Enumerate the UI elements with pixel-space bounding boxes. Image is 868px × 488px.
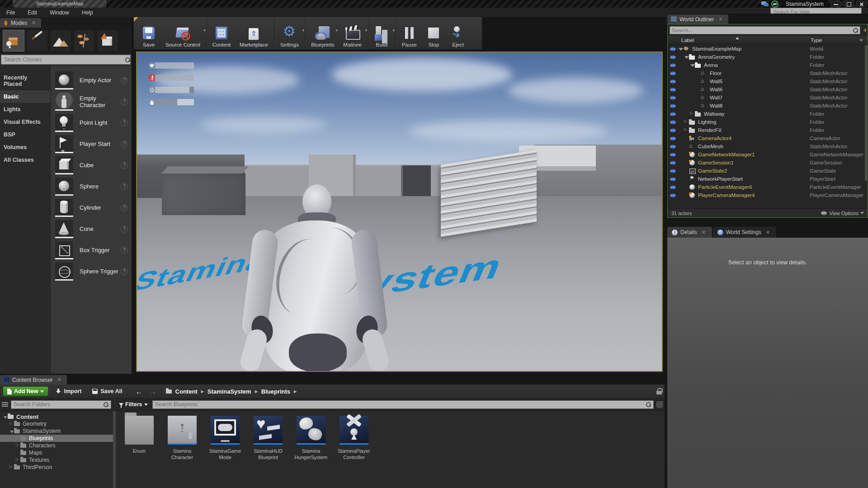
toolbar-button[interactable]: Settings ▾ [276, 19, 306, 48]
placement-item[interactable]: Point Light ? [51, 112, 132, 133]
visibility-eye-icon[interactable] [668, 145, 678, 149]
search-assets-input[interactable] [155, 401, 646, 408]
expand-arrow-icon[interactable] [689, 111, 695, 117]
breadcrumb-item[interactable]: Content [175, 388, 208, 395]
expand-arrow-icon[interactable] [684, 54, 689, 60]
outliner-row[interactable]: StaminaExampleMap World [668, 45, 865, 53]
folder-tree-item[interactable]: Content [0, 413, 113, 420]
expand-arrow-icon[interactable] [9, 421, 14, 427]
visibility-eye-icon[interactable] [668, 55, 678, 59]
asset-tile[interactable]: Stamina HungerSystem [293, 416, 329, 461]
outliner-row[interactable]: Wall8 StaticMeshActor [668, 102, 865, 110]
outliner-row[interactable]: NetworkPlayerStart PlayerStart [668, 175, 865, 183]
maximize-button[interactable] [844, 1, 854, 7]
folder-tree-item[interactable]: Geometry [0, 420, 113, 427]
add-actor-icon[interactable]: ＋ [862, 26, 866, 34]
close-icon[interactable]: ✕ [764, 230, 772, 235]
outliner-row[interactable]: ArenaGeometry Folder [668, 53, 865, 61]
placement-category[interactable]: Visual Effects [0, 116, 50, 128]
expand-arrow-icon[interactable] [15, 436, 20, 441]
outliner-row[interactable]: Wall7 StaticMeshActor [668, 94, 865, 102]
expand-arrow-icon[interactable] [3, 414, 8, 419]
visibility-eye-icon[interactable] [668, 193, 678, 197]
placement-item[interactable]: Box Trigger ? [51, 239, 132, 261]
sources-toggle-icon[interactable] [2, 402, 8, 407]
help-icon[interactable]: ? [121, 119, 128, 127]
folder-tree-item[interactable]: Maps [0, 449, 113, 456]
forward-button[interactable]: → [148, 388, 158, 395]
placement-item[interactable]: Sphere ? [51, 176, 132, 197]
chevron-down-icon[interactable]: ▾ [365, 28, 368, 33]
placement-category[interactable]: All Classes [0, 154, 50, 166]
expand-arrow-icon[interactable] [15, 450, 20, 455]
menu-item[interactable]: File [0, 9, 21, 16]
expand-arrow-icon[interactable] [684, 176, 689, 182]
save-all-button[interactable]: Save All [89, 386, 126, 396]
visibility-eye-icon[interactable] [668, 161, 678, 165]
chevron-down-icon[interactable]: ▾ [336, 28, 338, 33]
expand-arrow-icon[interactable] [684, 184, 689, 190]
help-icon[interactable]: ? [121, 268, 128, 275]
import-button[interactable]: Import [52, 386, 85, 396]
tab-modes[interactable]: Modes ✕ [0, 18, 41, 28]
expand-arrow-icon[interactable] [678, 46, 683, 52]
visibility-eye-icon[interactable] [668, 80, 678, 84]
outliner-row[interactable]: Wall5 StaticMeshActor [668, 77, 865, 85]
visibility-eye-icon[interactable] [668, 47, 678, 51]
breadcrumb-item[interactable]: StaminaSystem [208, 388, 261, 395]
visibility-eye-icon[interactable] [668, 185, 678, 189]
expand-arrow-icon[interactable] [684, 136, 689, 141]
placement-item[interactable]: Cube ? [51, 155, 132, 176]
toolbar-button[interactable]: Eject [446, 19, 470, 48]
add-new-button[interactable]: Add New [3, 386, 48, 396]
minimize-button[interactable] [831, 1, 841, 7]
expand-arrow-icon[interactable] [15, 443, 20, 448]
column-filter-icon[interactable] [859, 39, 863, 42]
tutorial-cap-icon[interactable] [771, 0, 778, 8]
placement-category[interactable]: BSP [0, 128, 50, 141]
expand-arrow-icon[interactable] [695, 70, 701, 76]
chevron-down-icon[interactable]: ▾ [302, 28, 305, 33]
toolbar-button[interactable]: Content [208, 19, 235, 48]
mode-tool-button[interactable] [73, 30, 95, 52]
visibility-eye-icon[interactable] [668, 96, 678, 100]
outliner-row[interactable]: GameNetworkManager1 GameNetworkManager [668, 150, 865, 159]
expand-arrow-icon[interactable] [684, 119, 689, 125]
outliner-row[interactable]: Floor StaticMeshActor [668, 69, 865, 77]
outliner-scrollbar[interactable] [865, 45, 867, 181]
outliner-row[interactable]: PlayerCameraManager4 PlayerCameraManager [668, 191, 865, 199]
expand-arrow-icon[interactable] [684, 192, 689, 198]
save-search-icon[interactable] [656, 401, 663, 408]
help-icon[interactable]: ? [121, 247, 128, 254]
folder-tree-item[interactable]: Blueprints [0, 435, 113, 442]
visibility-eye-icon[interactable] [668, 88, 678, 92]
details-tab[interactable]: World Settings ✕ [713, 227, 776, 238]
placement-item[interactable]: Cone ? [51, 218, 132, 239]
document-tab[interactable]: StaminaExampleMap [13, 0, 107, 8]
asset-tile[interactable]: StaminaGame Mode [207, 416, 243, 461]
help-icon[interactable]: ? [121, 77, 128, 84]
asset-tile[interactable]: StaminaPlayer Controller [336, 416, 372, 461]
toolbar-button[interactable]: Stop [421, 19, 446, 48]
menu-item[interactable]: Window [43, 9, 75, 16]
placement-item[interactable]: Empty Actor ? [51, 70, 132, 91]
toolbar-button[interactable]: Matinee ▾ [339, 19, 368, 48]
expand-arrow-icon[interactable] [9, 428, 14, 434]
toolbar-button[interactable]: Build ▾ [369, 19, 396, 48]
outliner-row[interactable]: RenderFX Folder [668, 126, 865, 134]
close-icon[interactable]: ✕ [55, 377, 63, 383]
outliner-row[interactable]: ParticleEventManager6 ParticleEventManag… [668, 183, 865, 191]
help-icon[interactable]: ? [121, 98, 128, 105]
close-icon[interactable]: ✕ [700, 230, 708, 235]
chevron-down-icon[interactable]: ▾ [393, 28, 395, 33]
help-icon[interactable]: ? [121, 141, 128, 148]
visibility-eye-icon[interactable] [668, 136, 678, 141]
placement-category[interactable]: Lights [0, 103, 50, 116]
level-viewport[interactable]: Stamina System [136, 52, 663, 372]
expand-arrow-icon[interactable] [684, 144, 689, 149]
asset-tile[interactable]: Enum [121, 416, 157, 455]
visibility-eye-icon[interactable] [668, 63, 678, 67]
expand-arrow-icon[interactable] [684, 127, 689, 133]
help-icon[interactable]: ? [121, 162, 128, 169]
folder-tree-item[interactable]: StaminaSystem [0, 427, 113, 435]
